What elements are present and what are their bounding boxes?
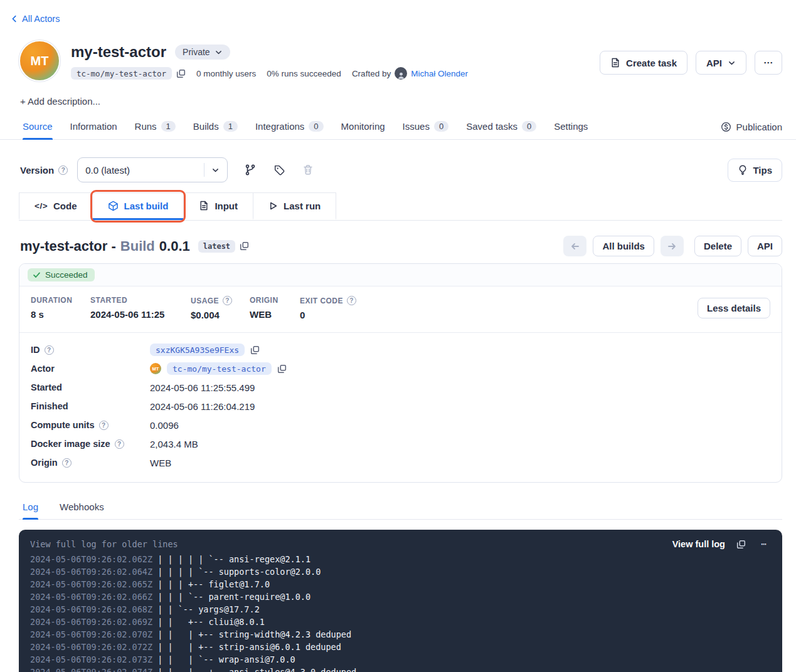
tab-label: Settings: [554, 121, 588, 132]
help-icon[interactable]: ?: [45, 345, 54, 355]
add-description-link[interactable]: + Add description...: [20, 96, 782, 107]
log-tab-webhooks[interactable]: Webhooks: [60, 496, 104, 519]
detail-label: ID?: [31, 345, 150, 355]
tips-button[interactable]: Tips: [728, 159, 782, 182]
tab-label: Integrations: [255, 121, 304, 132]
more-actions-button[interactable]: ⋯: [755, 51, 782, 75]
trash-icon[interactable]: [302, 164, 314, 176]
log-line: 2024-05-06T09:26:02.074Z| | | +-- ansi-s…: [30, 666, 771, 672]
log-timestamp: 2024-05-06T09:26:02.074Z: [30, 667, 152, 672]
main-tab-bar: SourceInformationRuns1Builds1Integration…: [0, 115, 796, 140]
log-timestamp: 2024-05-06T09:26:02.073Z: [30, 654, 152, 664]
build-stats-row: DURATION8 sSTARTED2024-05-06 11:25USAGE?…: [19, 286, 782, 332]
log-timestamp: 2024-05-06T09:26:02.066Z: [30, 592, 152, 602]
play-icon: [268, 201, 278, 211]
subtab-code[interactable]: </>Code: [19, 192, 92, 220]
log-line: 2024-05-06T09:26:02.069Z| | +-- cliui@8.…: [30, 616, 771, 628]
detail-value: 2,043.4 MB: [150, 439, 198, 449]
monthly-users-stat: 0 monthly users: [196, 69, 256, 78]
log-more-button[interactable]: ⋯: [757, 538, 771, 550]
tab-source[interactable]: Source: [23, 115, 53, 139]
help-icon[interactable]: ?: [115, 439, 124, 449]
status-badge: Succeeded: [28, 268, 95, 281]
subtab-label: Last build: [124, 201, 169, 211]
lightbulb-icon: [738, 165, 748, 175]
next-build-button[interactable]: [661, 236, 684, 256]
help-icon[interactable]: ?: [99, 421, 109, 430]
detail-value: sxzKGK5A93Se9FExs: [150, 344, 260, 356]
log-message: | | | +-- ansi-styles@4.3.0 deduped: [157, 667, 356, 672]
log-message: | | | +-- strip-ansi@6.0.1 deduped: [157, 642, 341, 652]
copy-actor-button[interactable]: [277, 364, 287, 374]
copy-build-button[interactable]: [240, 241, 249, 251]
detail-label-text: Compute units: [31, 420, 95, 430]
subtab-last-run[interactable]: Last run: [253, 192, 336, 220]
log-message: | | | `-- wrap-ansi@7.0.0: [157, 654, 295, 664]
tab-saved-tasks[interactable]: Saved tasks0: [466, 115, 536, 139]
log-line: 2024-05-06T09:26:02.066Z| | | `-- parent…: [30, 591, 771, 603]
log-message: | | | `-- parent-require@1.0.0: [157, 592, 310, 602]
copy-log-button[interactable]: [736, 540, 746, 549]
author-link[interactable]: Michał Olender: [411, 69, 468, 78]
input-icon: [199, 201, 209, 211]
actor-header-main: my-test-actor Private tc-mo/my-test-acto…: [71, 41, 468, 80]
tab-monitoring[interactable]: Monitoring: [341, 115, 385, 139]
previous-build-button[interactable]: [563, 236, 586, 256]
git-branch-icon[interactable]: [244, 164, 257, 176]
actor-avatar-initials: MT: [31, 54, 49, 68]
version-icon-buttons: [244, 164, 314, 176]
copy-id-button[interactable]: [250, 345, 260, 355]
publication-link[interactable]: Publication: [721, 122, 782, 132]
tab-integrations[interactable]: Integrations0: [255, 115, 324, 139]
build-title: my-test-actor - Build 0.0.1 latest: [20, 238, 249, 255]
detail-row-id: ID?sxzKGK5A93Se9FExs: [31, 340, 770, 359]
less-details-button[interactable]: Less details: [698, 298, 770, 318]
detail-value: 2024-05-06 11:25:55.499: [150, 382, 255, 393]
copy-icon: [736, 540, 746, 549]
log-tab-log[interactable]: Log: [23, 496, 38, 519]
tab-label: Issues: [403, 121, 430, 132]
api-label: API: [706, 58, 722, 68]
subtab-last-build[interactable]: Last build: [92, 192, 184, 220]
tab-information[interactable]: Information: [70, 115, 117, 139]
help-icon[interactable]: ?: [347, 296, 356, 305]
subtab-input[interactable]: Input: [183, 192, 253, 220]
tab-label: Monitoring: [341, 121, 385, 132]
back-link-all-actors[interactable]: All Actors: [10, 14, 60, 24]
subtab-label: Input: [215, 201, 238, 211]
help-icon[interactable]: ?: [58, 165, 68, 175]
log-line: 2024-05-06T09:26:02.065Z| | | +-- figlet…: [30, 578, 771, 591]
tab-builds[interactable]: Builds1: [193, 115, 238, 139]
visibility-dropdown[interactable]: Private: [175, 45, 230, 60]
build-api-button[interactable]: API: [748, 236, 782, 256]
help-icon[interactable]: ?: [62, 458, 72, 468]
detail-value-text: 2024-05-06 11:26:04.219: [150, 401, 255, 412]
copy-icon: [240, 241, 249, 251]
api-dropdown-button[interactable]: API: [696, 51, 746, 75]
build-status-bar: Succeeded: [19, 264, 782, 286]
detail-label-text: Docker image size: [31, 439, 110, 449]
help-icon[interactable]: ?: [223, 296, 232, 305]
version-select[interactable]: 0.0 (latest): [77, 157, 228, 182]
tab-count-badge: 0: [522, 121, 536, 132]
tab-runs[interactable]: Runs1: [135, 115, 176, 139]
create-task-button[interactable]: Create task: [600, 51, 687, 75]
delete-build-button[interactable]: Delete: [694, 236, 741, 256]
detail-label-text: Actor: [31, 364, 55, 374]
actor-slug-pill: tc-mo/my-test-actor: [167, 362, 272, 375]
copy-slug-button[interactable]: [176, 69, 186, 78]
view-full-log-button[interactable]: View full log: [672, 538, 725, 550]
tab-issues[interactable]: Issues0: [403, 115, 449, 139]
log-message: | | | +-- string-width@4.2.3 deduped: [157, 629, 351, 639]
log-lines: 2024-05-06T09:26:02.062Z| | | | | `-- an…: [30, 553, 771, 672]
all-builds-button[interactable]: All builds: [593, 236, 654, 256]
copy-icon: [250, 345, 260, 355]
tab-settings[interactable]: Settings: [554, 115, 588, 139]
build-actions: All builds Delete API: [563, 236, 782, 256]
tab-count-badge: 1: [223, 121, 238, 132]
tag-icon[interactable]: [273, 164, 285, 176]
log-line: 2024-05-06T09:26:02.068Z| | `-- yargs@17…: [30, 603, 771, 616]
file-icon: [610, 58, 620, 68]
stat-label: EXIT CODE?: [300, 296, 356, 305]
view-full-log-older-link[interactable]: View full log for older lines: [30, 538, 178, 550]
